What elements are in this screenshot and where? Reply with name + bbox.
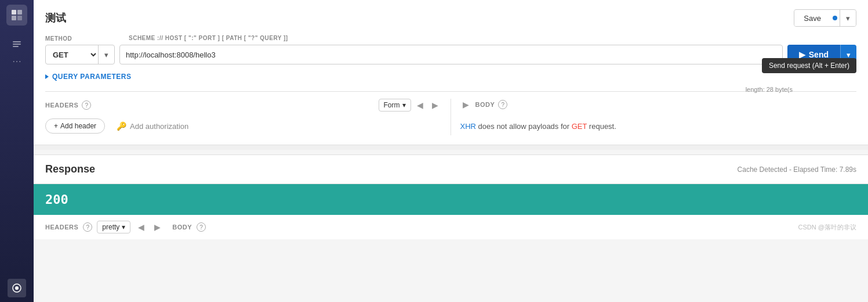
headers-help-icon[interactable]: ? [82,100,91,110]
body-title: BODY [475,101,495,108]
response-body-help-icon[interactable]: ? [197,222,206,232]
svg-rect-5 [13,44,21,45]
main-content: 测试 Save ▾ METHOD SCHEME :// HOST [ ":" P… [34,0,868,302]
watermark: CSDN @落叶的非议 [798,223,856,232]
app-container: ⋯ 测试 Save ▾ [0,0,868,302]
pretty-dropdown-icon: ▾ [122,223,125,231]
body-message: XHR does not allow payloads for GET requ… [460,117,857,135]
svg-rect-3 [17,16,22,20]
method-select[interactable]: GET POST PUT DELETE [46,50,98,60]
query-params-label: QUERY PARAMETERS [52,73,131,81]
url-row: GET POST PUT DELETE ▾ ▶ Send ▾ [45,45,856,64]
body-nav-left[interactable]: ▶ [460,99,472,110]
body-text-1: does not allow payloads for [478,122,572,131]
headers-section: HEADERS ? Form ▾ ◀ ▶ + Add header [45,99,451,135]
query-params-row: QUERY PARAMETERS [45,69,856,84]
response-nav-left[interactable]: ◀ [135,221,147,233]
headers-body-section: HEADERS ? Form ▾ ◀ ▶ + Add header [45,91,856,135]
svg-rect-0 [12,10,16,15]
send-tooltip: Send request (Alt + Enter) [762,58,856,73]
headers-section-header: HEADERS ? Form ▾ ◀ ▶ [45,99,441,112]
svg-rect-1 [17,10,22,15]
headers-actions: + Add header 🔑 Add authorization [45,118,441,134]
response-header: Response Cache Detected - Elapsed Time: … [34,155,868,184]
section-separator [34,145,868,150]
status-code: 200 [45,192,68,207]
save-dot-indicator [833,16,837,20]
panel-title: 测试 [45,11,66,25]
method-dropdown-icon[interactable]: ▾ [98,45,114,64]
body-text-2: request. [589,122,616,131]
add-auth-button[interactable]: 🔑 Add authorization [112,118,193,134]
add-header-button[interactable]: + Add header [45,118,105,134]
panel-header-row: 测试 Save ▾ [45,9,856,27]
request-panel: 测试 Save ▾ METHOD SCHEME :// HOST [ ":" P… [34,0,868,145]
headers-title: HEADERS [45,102,78,109]
save-dropdown-button[interactable]: ▾ [840,10,856,26]
save-button[interactable]: Save [794,10,830,26]
svg-rect-2 [12,16,16,20]
response-headers-title: HEADERS [45,224,78,231]
sidebar-nav-icon-active[interactable] [8,279,26,297]
response-nav-right[interactable]: ▶ [151,221,163,233]
headers-nav-right[interactable]: ▶ [430,99,441,111]
add-auth-label: Add authorization [130,122,188,131]
body-help-icon[interactable]: ? [498,100,507,109]
sidebar-nav-icon-1[interactable] [8,35,26,53]
cache-info: Cache Detected - Elapsed Time: 7.89s [738,166,856,174]
form-dropdown-icon: ▾ [402,101,406,109]
query-params-toggle[interactable]: QUERY PARAMETERS [45,73,856,81]
body-section-header: ▶ BODY ? [460,99,857,110]
add-header-label: Add header [60,122,96,130]
response-headers-help-icon[interactable]: ? [83,222,92,232]
lock-icon: 🔑 [117,121,126,131]
response-title: Response [45,163,95,175]
sidebar: ⋯ [0,0,34,302]
xhr-text: XHR [460,122,476,131]
headers-form-dropdown[interactable]: Form ▾ [379,99,411,112]
query-params-triangle-icon [45,74,49,79]
method-select-wrapper: GET POST PUT DELETE ▾ [45,45,115,64]
response-panel: Response Cache Detected - Elapsed Time: … [34,154,868,239]
length-hint: length: 28 byte(s [746,86,793,93]
svg-rect-6 [13,46,19,47]
url-input[interactable] [119,45,783,64]
pretty-label: pretty [102,223,119,231]
response-body-title: BODY [172,224,192,231]
sidebar-logo[interactable] [6,5,27,26]
pretty-dropdown[interactable]: pretty ▾ [97,221,130,233]
add-header-plus-icon: + [54,122,58,130]
sidebar-dots: ⋯ [12,56,22,67]
svg-point-7 [15,286,19,290]
method-label: METHOD [45,35,72,42]
headers-nav-left[interactable]: ◀ [415,99,426,111]
url-labels-row: METHOD SCHEME :// HOST [ ":" PORT ] [ PA… [45,34,856,42]
get-text: GET [572,122,587,131]
response-bottom-row: HEADERS ? pretty ▾ ◀ ▶ BODY ? CSDN @落叶的非… [34,215,868,239]
url-label: SCHEME :// HOST [ ":" PORT ] [ PATH [ "?… [129,35,856,41]
body-section: ▶ BODY ? XHR does not allow payloads for… [451,99,857,135]
save-button-group: Save ▾ [794,9,856,27]
form-label: Form [384,101,400,109]
svg-rect-4 [13,41,21,42]
status-200-bar: 200 [34,184,868,215]
